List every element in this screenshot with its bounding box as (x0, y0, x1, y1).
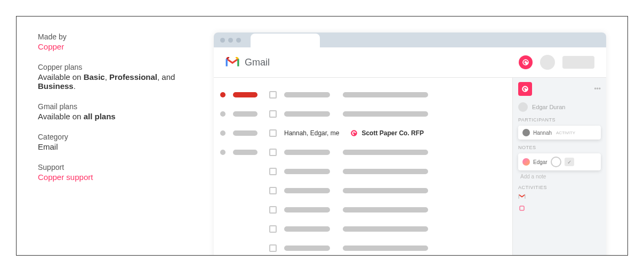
inbox-row[interactable] (220, 85, 506, 104)
subject-placeholder (343, 150, 428, 155)
participant-name: Hannah (533, 130, 552, 136)
traffic-light-icon (236, 38, 241, 43)
activity-item[interactable] (518, 193, 601, 200)
gmail-title: Gmail (245, 57, 270, 68)
sender-placeholder (284, 207, 330, 212)
subject-placeholder (343, 207, 428, 212)
activities-label: Activities (518, 185, 601, 190)
copper-extension-icon[interactable] (519, 55, 533, 69)
inbox-row-highlighted[interactable]: Hannah, Edgar, me Scott Paper Co. RFP (220, 124, 506, 143)
gmail-logo-icon (226, 57, 239, 68)
inbox-row[interactable] (220, 181, 506, 200)
avatar-icon (522, 129, 530, 136)
dot-icon (220, 150, 226, 155)
sender-text: Hannah, Edgar, me (284, 129, 339, 137)
dot-icon (220, 111, 226, 117)
note-icon (518, 205, 526, 211)
gmail-header: Gmail (214, 47, 606, 78)
subject-placeholder (343, 169, 428, 174)
sender-placeholder (284, 92, 330, 97)
note-card[interactable]: Edgar ✓ (518, 153, 601, 170)
subject-placeholder (343, 246, 428, 251)
copper-plans-label: Copper plans (38, 63, 187, 71)
radio-icon[interactable] (551, 157, 561, 167)
inbox-list: Hannah, Edgar, me Scott Paper Co. RFP (214, 78, 512, 256)
inbox-row[interactable] (220, 219, 506, 239)
subject-placeholder (343, 92, 428, 97)
more-icon[interactable]: ••• (594, 85, 601, 93)
subject-placeholder (343, 226, 428, 232)
checkbox[interactable] (269, 149, 277, 156)
avatar-icon (522, 158, 530, 166)
gmail-plans-value: Available on all plans (38, 112, 187, 121)
svg-point-0 (351, 130, 358, 136)
copper-sidebar: ••• Edgar Duran Participants Hannah ACTI… (512, 78, 606, 256)
sender-placeholder (284, 150, 330, 155)
made-by-link[interactable]: Copper (38, 42, 187, 51)
dot-icon (220, 130, 226, 136)
checkbox[interactable] (269, 187, 277, 194)
inbox-row[interactable] (220, 200, 506, 219)
sender-placeholder (284, 226, 330, 232)
avatar-placeholder[interactable] (540, 55, 555, 70)
inbox-row[interactable] (220, 104, 506, 124)
sender-placeholder (284, 188, 330, 193)
participant-card[interactable]: Hannah ACTIVITY (518, 126, 601, 140)
checkbox[interactable] (269, 206, 277, 214)
label-pill (233, 150, 257, 155)
checkbox[interactable] (269, 225, 277, 233)
check-icon[interactable]: ✓ (565, 158, 574, 166)
checkbox[interactable] (269, 244, 277, 252)
support-label: Support (38, 163, 187, 171)
label-pill (233, 92, 257, 97)
subject-text: Scott Paper Co. RFP (361, 129, 424, 137)
inbox-row[interactable] (220, 143, 506, 162)
browser-tab[interactable] (251, 34, 320, 48)
copper-tag-icon (350, 129, 358, 137)
subject-placeholder (343, 111, 428, 117)
inbox-row[interactable] (220, 162, 506, 181)
sender-placeholder (284, 246, 330, 251)
add-note-input[interactable]: Add a note (520, 174, 601, 179)
support-link[interactable]: Copper support (38, 173, 187, 182)
label-pill (233, 111, 257, 117)
checkbox[interactable] (269, 129, 277, 137)
participants-label: Participants (518, 117, 601, 122)
button-placeholder[interactable] (562, 56, 594, 69)
checkbox[interactable] (269, 110, 277, 118)
avatar-icon (518, 102, 528, 112)
made-by-label: Made by (38, 32, 187, 41)
checkbox[interactable] (269, 91, 277, 99)
category-label: Category (38, 133, 187, 141)
copper-logo-icon[interactable] (518, 82, 532, 96)
gmail-plans-label: Gmail plans (38, 102, 187, 111)
inbox-row[interactable] (220, 239, 506, 256)
sender-placeholder (284, 111, 330, 117)
unread-dot-icon (220, 92, 226, 97)
subject-placeholder (343, 188, 428, 193)
contact-name[interactable]: Edgar Duran (532, 104, 565, 110)
note-name: Edgar (533, 159, 548, 165)
svg-rect-1 (520, 206, 524, 210)
gmail-icon (518, 193, 526, 200)
browser-frame: Gmail (214, 32, 606, 256)
copper-plans-value: Available on Basic, Professional, and Bu… (38, 72, 187, 91)
participant-sub: ACTIVITY (556, 130, 575, 135)
sender-placeholder (284, 169, 330, 174)
label-pill (233, 130, 257, 136)
activity-item[interactable] (518, 205, 601, 211)
checkbox[interactable] (269, 168, 277, 175)
traffic-light-icon (220, 38, 225, 43)
category-value: Email (38, 142, 187, 151)
notes-label: Notes (518, 145, 601, 150)
browser-chrome (214, 32, 606, 47)
traffic-light-icon (228, 38, 233, 43)
